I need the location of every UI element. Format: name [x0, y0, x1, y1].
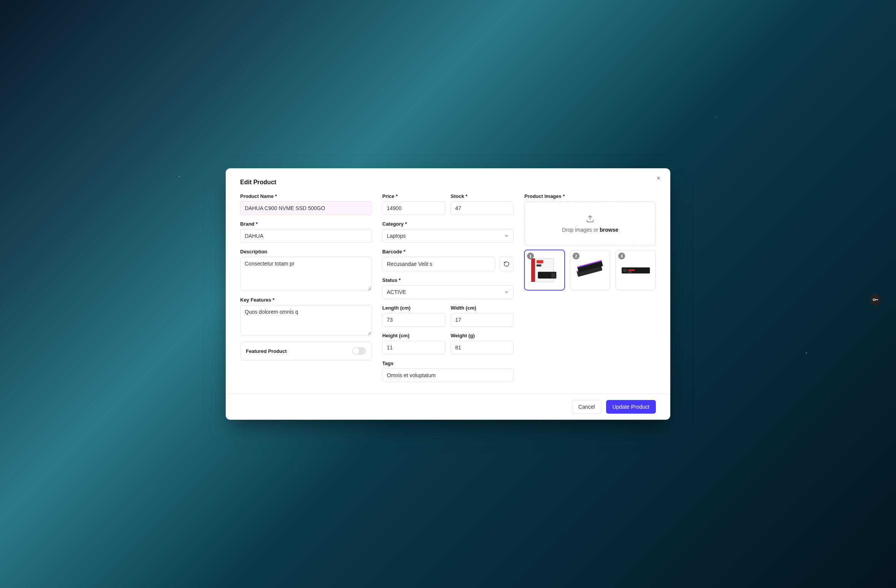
svg-rect-5 — [551, 273, 556, 277]
barcode-input[interactable] — [382, 257, 495, 271]
stock-label: Stock * — [451, 193, 514, 199]
tags-label: Tags — [382, 360, 514, 366]
image-dropzone[interactable]: Drop images or browse — [524, 201, 656, 246]
width-label: Width (cm) — [451, 305, 514, 311]
product-name-input[interactable] — [240, 201, 372, 215]
thumb-badge: 2 — [573, 253, 579, 259]
modal-header: Edit Product — [226, 168, 670, 186]
thumb-badge: 1 — [527, 253, 534, 259]
product-name-label: Product Name * — [240, 193, 372, 199]
weight-label: Weight (g) — [451, 333, 514, 338]
image-thumb[interactable]: 2 — [570, 250, 610, 290]
images-label: Product Images * — [524, 193, 656, 199]
featured-label: Featured Product — [246, 348, 287, 354]
length-label: Length (cm) — [382, 305, 445, 311]
svg-rect-14 — [628, 269, 635, 271]
height-label: Height (cm) — [382, 333, 445, 338]
update-product-button[interactable]: Update Product — [606, 400, 656, 414]
length-input[interactable] — [382, 313, 445, 327]
image-thumb[interactable]: 1 — [524, 250, 565, 290]
featured-toggle-card: Featured Product — [240, 341, 372, 360]
featured-toggle[interactable] — [352, 347, 366, 355]
price-label: Price * — [382, 193, 445, 199]
svg-rect-13 — [623, 269, 627, 272]
brand-input[interactable] — [240, 229, 372, 243]
refresh-icon — [503, 261, 510, 267]
status-label: Status * — [382, 277, 514, 283]
weight-input[interactable] — [451, 341, 514, 354]
height-input[interactable] — [382, 341, 445, 354]
dropzone-text: Drop images or browse — [562, 227, 619, 233]
status-select[interactable]: ACTIVE — [382, 285, 514, 299]
price-input[interactable] — [382, 201, 445, 215]
page-title: Edit Product — [240, 179, 276, 186]
category-select[interactable]: Laptops — [382, 229, 514, 243]
description-textarea[interactable] — [240, 257, 372, 291]
category-label: Category * — [382, 221, 514, 227]
edit-product-modal: Edit Product Product Name * Brand * Desc… — [226, 168, 670, 420]
regenerate-barcode-button[interactable] — [499, 257, 514, 271]
thumb-badge: 3 — [618, 253, 625, 259]
svg-rect-15 — [628, 272, 632, 273]
width-input[interactable] — [451, 313, 514, 327]
svg-rect-2 — [537, 260, 543, 263]
floating-action-button[interactable] — [869, 294, 881, 305]
description-label: Description — [240, 249, 372, 254]
modal-footer: Cancel Update Product — [226, 394, 670, 420]
key-features-textarea[interactable] — [240, 305, 372, 335]
svg-rect-3 — [537, 264, 541, 266]
cancel-button[interactable]: Cancel — [572, 400, 602, 414]
svg-rect-0 — [531, 258, 535, 282]
stock-input[interactable] — [451, 201, 514, 215]
brand-label: Brand * — [240, 221, 372, 227]
key-features-label: Key Features * — [240, 297, 372, 303]
image-thumb[interactable]: 3 — [616, 250, 656, 290]
upload-icon — [586, 215, 594, 223]
barcode-label: Barcode * — [382, 249, 514, 254]
key-icon — [872, 297, 878, 303]
svg-point-16 — [873, 299, 875, 300]
close-button[interactable] — [654, 174, 663, 183]
close-icon — [656, 175, 661, 181]
tags-input[interactable] — [382, 368, 514, 382]
